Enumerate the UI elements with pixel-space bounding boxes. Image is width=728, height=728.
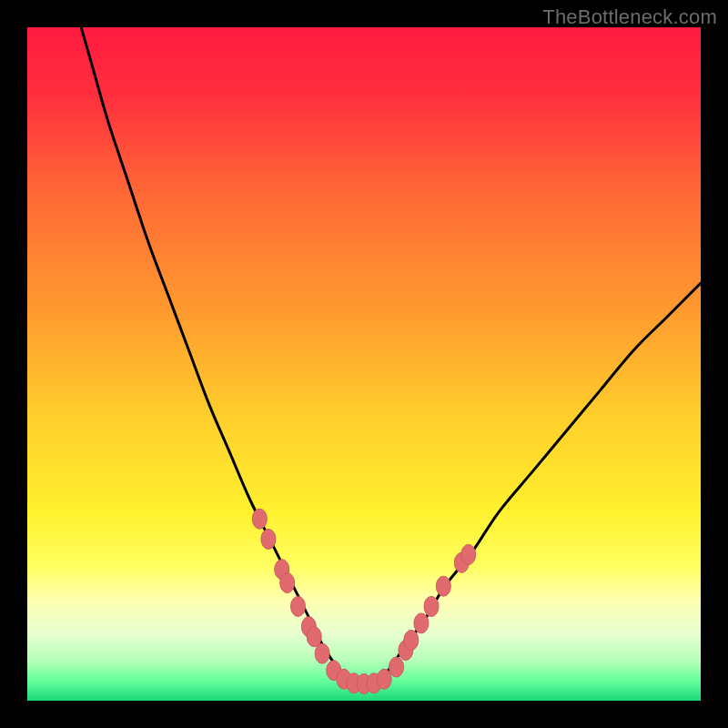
curve-marker: [389, 657, 404, 677]
curve-marker: [252, 509, 267, 529]
curve-marker: [315, 643, 329, 663]
curve-marker: [414, 613, 429, 633]
bottleneck-chart: [27, 27, 701, 701]
curve-marker: [261, 529, 276, 549]
curve-marker: [280, 573, 295, 593]
curve-marker: [290, 596, 305, 616]
curve-marker: [377, 669, 391, 689]
curve-marker: [307, 627, 321, 647]
chart-background: [27, 27, 701, 701]
chart-frame: [27, 27, 701, 701]
curve-marker: [404, 630, 419, 650]
curve-marker: [436, 576, 450, 596]
curve-marker: [461, 544, 476, 564]
watermark-label: TheBottleneck.com: [542, 5, 717, 29]
curve-marker: [424, 596, 439, 616]
